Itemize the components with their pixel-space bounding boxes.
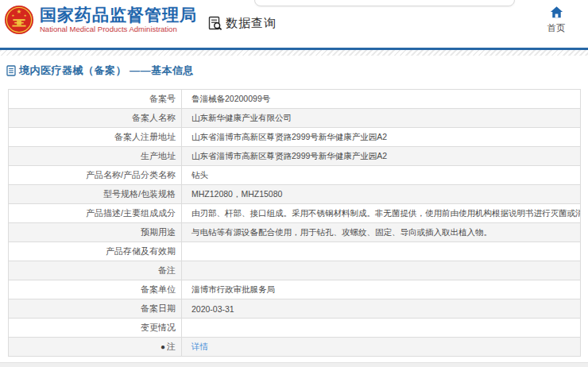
table-row: 备案人注册地址 山东省淄博市高新区尊贤路2999号新华健康产业园A2 bbox=[9, 128, 580, 147]
header-divider-hatch bbox=[0, 50, 588, 56]
note-bullet-icon: ● bbox=[161, 343, 165, 351]
row-label: 备案单位 bbox=[9, 280, 182, 299]
row-label: 备案日期 bbox=[9, 299, 182, 318]
row-label: 变更情况 bbox=[9, 319, 182, 337]
svg-text:★: ★ bbox=[24, 14, 27, 17]
table-row: 产品名称/产品分类名称 钻头 bbox=[9, 166, 580, 185]
row-value: MHZ12080，MHZ15080 bbox=[182, 185, 580, 203]
row-label: 预期用途 bbox=[9, 223, 182, 241]
breadcrumb: 境内医疗器械（备案） ——基本信息 bbox=[6, 64, 194, 78]
row-label: 产品存储及有效期 bbox=[9, 242, 182, 261]
table-row: 型号规格/包装规格 MHZ12080，MHZ15080 bbox=[9, 185, 580, 204]
row-label: 备注 bbox=[9, 261, 182, 280]
table-row: 产品存储及有效期 bbox=[9, 242, 580, 261]
row-label: 备案号 bbox=[9, 90, 182, 108]
row-value: 山东省淄博市高新区尊贤路2999号新华健康产业园A2 bbox=[182, 128, 580, 146]
page: ★ ★ ★ 国家药品监督管理局 National Medical Product… bbox=[0, 0, 588, 367]
row-value: 鲁淄械备20200099号 bbox=[182, 90, 580, 108]
home-label: 首页 bbox=[540, 22, 572, 34]
detail-link[interactable]: 详情 bbox=[191, 342, 208, 353]
nmpa-logo[interactable]: ★ ★ ★ 国家药品监督管理局 National Medical Product… bbox=[4, 5, 197, 35]
row-label: 产品描述/主要组成成分 bbox=[9, 204, 182, 222]
row-value: 由刃部、杆部、接口组成。采用不锈钢材料制成。非无菌提供，使用前由使用机构根据说明… bbox=[182, 204, 580, 222]
table-row: 预期用途 与电钻等有源设备配合使用，用于钻孔、攻螺纹、固定、导向或插入取出植入物… bbox=[9, 223, 580, 242]
row-value: 山东省淄博市高新区尊贤路2999号新华健康产业园A2 bbox=[182, 147, 580, 165]
table-row: ● 注 详情 bbox=[9, 338, 580, 357]
table-row: 备案日期 2020-03-31 bbox=[9, 299, 580, 319]
table-row: 产品描述/主要组成成分 由刃部、杆部、接口组成。采用不锈钢材料制成。非无菌提供，… bbox=[9, 204, 580, 223]
table-row: 备注 bbox=[9, 261, 580, 280]
document-icon bbox=[6, 65, 16, 76]
row-value bbox=[182, 319, 580, 337]
svg-text:★: ★ bbox=[17, 8, 22, 15]
row-value: 山东新华健康产业有限公司 bbox=[182, 109, 580, 127]
table-row: 变更情况 bbox=[9, 319, 580, 338]
logo-title: 国家药品监督管理局 bbox=[40, 6, 197, 25]
row-value: 与电钻等有源设备配合使用，用于钻孔、攻螺纹、固定、导向或插入取出植入物。 bbox=[182, 223, 580, 241]
logo-text: 国家药品监督管理局 National Medical Products Admi… bbox=[40, 6, 197, 34]
row-value: 淄博市行政审批服务局 bbox=[182, 280, 580, 299]
nav-data-query[interactable]: 数据查询 bbox=[208, 16, 277, 31]
row-label: 产品名称/产品分类名称 bbox=[9, 166, 182, 184]
table-row: 生产地址 山东省淄博市高新区尊贤路2999号新华健康产业园A2 bbox=[9, 147, 580, 166]
row-label: 型号规格/包装规格 bbox=[9, 185, 182, 203]
row-value: 2020-03-31 bbox=[182, 299, 580, 318]
row-value: 钻头 bbox=[182, 166, 580, 184]
svg-text:★: ★ bbox=[11, 14, 14, 17]
table-row: 备案单位 淄博市行政审批服务局 bbox=[9, 280, 580, 299]
logo-subtitle: National Medical Products Administration bbox=[40, 25, 197, 34]
table-row: 备案人名称 山东新华健康产业有限公司 bbox=[9, 109, 580, 128]
nav-data-query-label: 数据查询 bbox=[226, 16, 277, 31]
data-query-icon bbox=[208, 16, 223, 31]
row-label: ● 注 bbox=[9, 338, 182, 356]
header: ★ ★ ★ 国家药品监督管理局 National Medical Product… bbox=[0, 0, 588, 48]
info-table: 备案号 鲁淄械备20200099号 备案人名称 山东新华健康产业有限公司 备案人… bbox=[8, 89, 581, 357]
home-button[interactable]: 首页 bbox=[540, 6, 572, 34]
row-value bbox=[182, 261, 580, 280]
table-row: 备案号 鲁淄械备20200099号 bbox=[9, 90, 580, 109]
partial-search-box[interactable] bbox=[254, 0, 515, 6]
row-label: 备案人名称 bbox=[9, 109, 182, 127]
footer-strip bbox=[0, 362, 588, 367]
row-label: 备案人注册地址 bbox=[9, 128, 182, 146]
row-value bbox=[182, 242, 580, 261]
national-emblem-icon: ★ ★ ★ bbox=[4, 5, 34, 35]
row-value: 详情 bbox=[182, 338, 580, 356]
page-title: 境内医疗器械（备案） ——基本信息 bbox=[19, 64, 194, 78]
home-icon bbox=[550, 6, 563, 18]
row-label: 生产地址 bbox=[9, 147, 182, 165]
